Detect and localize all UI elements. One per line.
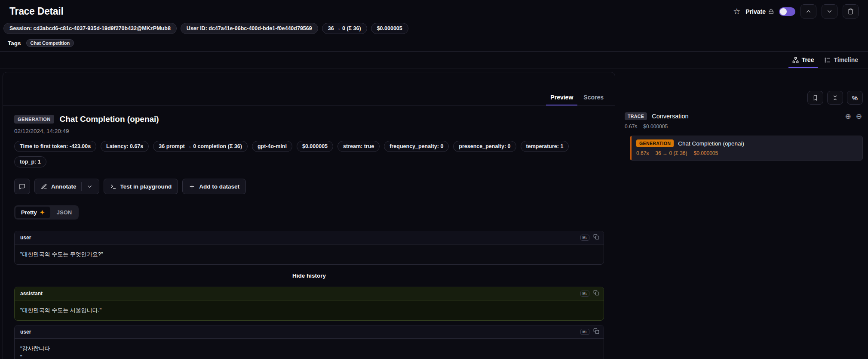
public-toggle[interactable] (779, 7, 795, 16)
message-role: assistant (20, 291, 43, 297)
markdown-toggle-icon[interactable]: M↓ (580, 329, 589, 335)
message-user-2: user M↓ "감사합니다 " (14, 325, 604, 359)
trace-cost: $0.000005 (643, 124, 668, 130)
trace-latency: 0.67s (625, 124, 637, 130)
message-header: assistant M↓ (15, 287, 604, 300)
collapse-all-button[interactable] (827, 91, 843, 105)
markdown-toggle-icon[interactable]: M↓ (580, 235, 589, 241)
copy-button[interactable] (593, 328, 599, 336)
tree-icon (792, 57, 799, 63)
percent-icon: % (852, 94, 858, 102)
cost-badge: $0.000005 (371, 23, 408, 34)
view-tabs: Tree Timeline (0, 52, 868, 68)
page-title: Trace Detail (9, 6, 64, 17)
hide-history-button[interactable]: Hide history (14, 269, 604, 282)
tab-json[interactable]: JSON (51, 207, 77, 218)
observation-content: GENERATION Chat Completion (openai) 02/1… (3, 106, 615, 359)
tab-tree[interactable]: Tree (788, 54, 818, 68)
previous-trace-button[interactable] (801, 4, 816, 19)
tab-timeline[interactable]: Timeline (820, 54, 862, 68)
bookmark-icon (812, 95, 819, 101)
comment-icon (19, 183, 25, 190)
tab-pretty[interactable]: Pretty ✦ (15, 207, 50, 218)
comments-button[interactable] (14, 179, 30, 194)
scores-toggle-button[interactable] (807, 91, 823, 105)
tree-node-stats: 0.67s 36 → 0 (Σ 36) $0.000005 (636, 150, 857, 156)
message-header: user M↓ (15, 231, 604, 244)
sparkle-icon: ✦ (40, 209, 45, 216)
tree-toolbar: % (624, 91, 863, 105)
delete-trace-button[interactable] (843, 4, 859, 19)
copy-icon (593, 290, 599, 296)
annotate-button[interactable]: Annotate (34, 179, 99, 194)
message-content: "대한민국의 수도는 무엇인가요?" (15, 244, 604, 264)
trace-detail-page: Trace Detail ☆ Private Session: cd3abcd6… (0, 0, 868, 359)
main-area: Preview Scores GENERATION Chat Completio… (0, 68, 868, 359)
expand-all-icon[interactable]: ⊕ (845, 113, 851, 120)
observation-card: Preview Scores GENERATION Chat Completio… (3, 72, 615, 359)
lock-icon (768, 9, 774, 14)
meta-badges-row: Session: cd3abcd6-c81c-4037-935d-19d9f27… (0, 22, 868, 37)
action-buttons: Annotate Test in playground Add to datas… (14, 179, 604, 194)
tree-node-title: Chat Completion (openai) (678, 140, 744, 147)
collapse-icon (832, 95, 838, 101)
chevron-up-icon (805, 8, 812, 15)
stat-top-p: top_p: 1 (14, 156, 46, 167)
copy-button[interactable] (593, 290, 599, 297)
stat-model[interactable]: gpt-4o-mini (252, 141, 292, 152)
tab-preview[interactable]: Preview (546, 92, 577, 105)
button-separator (81, 182, 82, 191)
terminal-icon (110, 183, 117, 190)
trash-icon (847, 8, 854, 15)
stat-badges: Time to first token: -423.00s Latency: 0… (14, 141, 582, 167)
test-in-playground-button[interactable]: Test in playground (104, 179, 178, 194)
stat-temperature: temperature: 1 (521, 141, 569, 152)
session-badge[interactable]: Session: cd3abcd6-c81c-4037-935d-19d9f27… (3, 23, 177, 34)
toggle-knob (780, 8, 787, 15)
tag-chat-competition[interactable]: Chat Competition (26, 39, 74, 47)
metrics-toggle-button[interactable]: % (847, 91, 863, 105)
message-content: "감사합니다 " (15, 339, 604, 359)
message-role: user (20, 235, 31, 241)
generation-type-badge: GENERATION (14, 115, 54, 124)
stat-time-to-first-token: Time to first token: -423.00s (14, 141, 96, 152)
stat-token-usage: 36 prompt → 0 completion (Σ 36) (153, 141, 248, 152)
panel-tabs: Preview Scores (3, 72, 615, 106)
tab-scores[interactable]: Scores (579, 92, 608, 105)
generation-title: Chat Completion (openai) (60, 115, 159, 124)
timeline-icon (824, 57, 831, 63)
stat-cost: $0.000005 (297, 141, 333, 152)
annotate-dropdown-toggle[interactable] (86, 183, 93, 190)
message-header-icons: M↓ (580, 234, 599, 241)
add-to-dataset-button[interactable]: Add to dataset (182, 179, 246, 194)
markdown-toggle-icon[interactable]: M↓ (580, 291, 589, 297)
messages-list: user M↓ "대한민국의 수도는 무엇인가요?" Hide history (14, 231, 604, 359)
format-tabs: Pretty ✦ JSON (14, 205, 79, 220)
generation-header: GENERATION Chat Completion (openai) (14, 115, 604, 124)
node-cost: $0.000005 (693, 150, 718, 156)
generation-timestamp: 02/12/2024, 14:20:49 (14, 128, 604, 134)
pen-icon (41, 183, 47, 190)
tree-node-generation[interactable]: GENERATION Chat Completion (openai) 0.67… (630, 136, 863, 161)
plus-icon (189, 183, 195, 190)
trace-stats: 0.67s $0.000005 (624, 124, 863, 130)
stat-latency: Latency: 0.67s (101, 141, 149, 152)
star-icon[interactable]: ☆ (733, 7, 740, 15)
tree-node-header: GENERATION Chat Completion (openai) (636, 139, 857, 147)
stat-frequency-penalty: frequency_penalty: 0 (384, 141, 449, 152)
message-header-icons: M↓ (580, 290, 599, 297)
collapse-all-icon[interactable]: ⊖ (856, 113, 862, 120)
chevron-down-icon (826, 8, 833, 15)
next-trace-button[interactable] (822, 4, 837, 19)
user-id-badge[interactable]: User ID: dc47a41e-06bc-400d-bde1-f0e440d… (181, 23, 318, 34)
generation-type-badge: GENERATION (636, 139, 674, 147)
node-latency: 0.67s (636, 150, 649, 156)
message-header: user M↓ (15, 325, 604, 339)
copy-button[interactable] (593, 234, 599, 241)
message-user-1: user M↓ "대한민국의 수도는 무엇인가요?" (14, 231, 604, 265)
privacy-label: Private (745, 8, 774, 15)
page-header: Trace Detail ☆ Private (0, 0, 868, 22)
chevron-down-icon (86, 183, 93, 190)
copy-icon (593, 234, 599, 240)
trace-root-row[interactable]: TRACE Conversation ⊕ ⊖ (624, 112, 863, 120)
